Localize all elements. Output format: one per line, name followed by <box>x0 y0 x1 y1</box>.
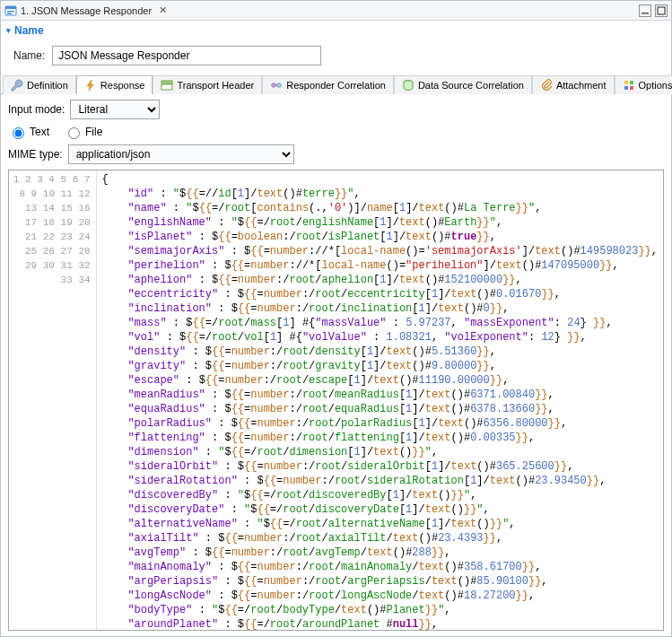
svg-rect-3 <box>7 13 12 14</box>
svg-rect-1 <box>5 6 16 9</box>
code-editor[interactable]: 1 2 3 4 5 6 7 8 9 10 11 12 13 14 15 16 1… <box>8 170 664 631</box>
response-panel: Input mode: Literal Text File MIME type:… <box>1 94 671 636</box>
correlation-icon <box>270 79 283 92</box>
mime-type-label: MIME type: <box>8 148 63 161</box>
wrench-icon <box>11 79 23 92</box>
svg-rect-15 <box>630 86 633 90</box>
input-mode-label: Input mode: <box>8 103 65 116</box>
svg-rect-5 <box>658 7 665 14</box>
collapse-triangle-icon[interactable]: ▾ <box>6 26 11 35</box>
paperclip-icon <box>540 79 553 92</box>
tab-data-source-correlation[interactable]: Data Source Correlation <box>394 75 532 94</box>
window-titlebar: 1. JSON Message Responder ✕ <box>1 1 671 21</box>
tab-close-button[interactable]: ✕ <box>155 4 170 16</box>
svg-rect-6 <box>161 81 172 83</box>
name-input[interactable] <box>52 46 321 65</box>
datasource-icon <box>402 79 415 92</box>
tab-definition[interactable]: Definition <box>3 75 76 94</box>
section-header-name[interactable]: ▾ Name <box>1 21 671 40</box>
name-label: Name: <box>13 49 45 62</box>
tab-options[interactable]: Options <box>615 75 672 94</box>
header-icon <box>161 79 173 92</box>
radio-text-input[interactable] <box>13 127 24 139</box>
maximize-button[interactable] <box>655 4 668 17</box>
code-content[interactable]: { "id" : "${{=//id[1]/text()#terre}}", "… <box>97 170 663 630</box>
svg-rect-4 <box>641 13 649 14</box>
lightning-icon <box>84 79 97 92</box>
svg-rect-14 <box>624 86 628 90</box>
tab-transport-header[interactable]: Transport Header <box>153 75 262 94</box>
svg-rect-7 <box>161 84 172 90</box>
tab-responder-correlation[interactable]: Responder Correlation <box>262 75 394 94</box>
radio-text[interactable]: Text <box>8 125 49 139</box>
svg-rect-10 <box>275 84 278 85</box>
radio-file[interactable]: File <box>64 125 102 139</box>
svg-rect-13 <box>630 81 633 84</box>
tab-response[interactable]: Response <box>76 75 153 94</box>
svg-rect-12 <box>624 81 628 84</box>
minimize-button[interactable] <box>639 4 651 17</box>
tab-bar: Definition Response Transport Header Res… <box>1 74 671 94</box>
responder-icon <box>4 4 17 17</box>
options-icon <box>623 79 635 92</box>
mime-type-select[interactable]: application/json <box>68 144 294 164</box>
radio-file-input[interactable] <box>68 127 80 139</box>
input-mode-select[interactable]: Literal <box>70 100 160 119</box>
section-title: Name <box>14 24 44 37</box>
svg-rect-2 <box>7 11 14 13</box>
window-title: 1. JSON Message Responder <box>21 5 152 16</box>
tab-attachment[interactable]: Attachment <box>532 75 615 94</box>
line-number-gutter: 1 2 3 4 5 6 7 8 9 10 11 12 13 14 15 16 1… <box>9 170 97 630</box>
